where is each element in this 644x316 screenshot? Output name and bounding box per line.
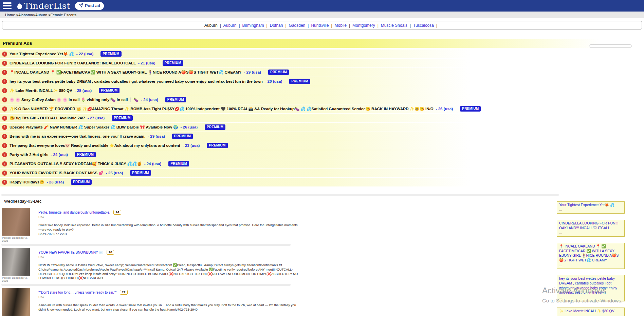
sidebar-card[interactable]: ✨ Lake Merritt INCALL✨ $80 QV... [557,308,625,316]
upvote-icon: ↑ [2,134,7,139]
premium-ad-title[interactable]: Party with 2 Hot girls [10,153,48,157]
age-badge: 20 [107,250,114,255]
listing-contact: SKYE702-577-2251 [38,232,299,236]
upvote-icon: ↑ [2,79,7,84]
sidebar-card[interactable]: 📍 INCALL OAKLAND 📍 ✅ FACETIME/CAR ✅ WITH… [557,243,625,269]
premium-ad-row[interactable]: ↑🌸 🌸 Sexy CuRvy Asian 🌸 🌸 in call 🌷 visi… [0,95,644,104]
premium-ad-row[interactable]: ↑✨K.O Daa NUMBER 🏆 PROVIDER 👑 ✨💋AMAZING … [0,104,644,113]
listing-title-link[interactable]: *"Don't stare too long… unless you're re… [38,291,116,294]
listing-photo[interactable] [2,288,30,316]
premium-ad-meta: - 26 (usa) [181,125,198,129]
listing-photo[interactable] [2,208,30,236]
sidebar-card-text[interactable]: 📍 INCALL OAKLAND 📍 ✅ FACETIME/CAR ✅ WITH… [559,244,619,262]
city-separator: | [218,23,223,28]
premium-ad-meta: - 25 (usa) [106,171,123,175]
sidebar-card[interactable]: Your Tightest Experience Yet🦊 💦... [557,201,625,214]
premium-ad-row[interactable]: ↑Happy HOlidays😊- 23 (usa)PREMIUM [0,178,644,186]
premium-ad-row[interactable]: ↑Upscale Playmate 🧨 NEW NUMBER 💦 Super S… [0,123,644,132]
premium-ad-title[interactable]: ✨ Lake Merritt INCALL✨ $80 QV [10,88,72,93]
premium-ad-row[interactable]: ↑Being with me is an experience—one that… [0,132,644,141]
premium-ad-row[interactable]: ↑The pawg that everyone loves🐷 Ready and… [0,141,644,150]
sidebar-card-text[interactable]: Your Tightest Experience Yet🦊 💦 [559,203,614,207]
premium-badge: PREMIUM [289,79,310,84]
premium-ad-meta: - 24 (usa) [141,98,158,102]
city-separator: | [264,23,270,28]
premium-ad-title[interactable]: 📍INCALL OAKLAND 📍 ✅FACETIME/CAR✅ WITH A … [10,70,241,75]
upvote-icon: ↑ [2,152,7,157]
city-separator: | [305,23,311,28]
premium-badge: PREMIUM [460,106,481,112]
premium-ad-meta: - 28 (usa) [75,88,92,93]
premium-ad-row[interactable]: ↑YOUR WINTER FAVORITE IS BACK DONT MISS … [0,169,644,177]
horizontal-scrollbar-thumb[interactable] [589,44,632,48]
premium-ad-title[interactable]: hey its your best wettes petite baby DRE… [10,79,263,83]
breadcrumb[interactable]: Home >Alabama>Auburn >Female Escorts [0,12,644,18]
premium-ad-row[interactable]: ↑✨ Lake Merritt INCALL✨ $80 QV- 28 (usa)… [0,86,644,95]
premium-ad-row[interactable]: ↑PLEASANTON OUTCALLS !! SEXY KOREAN🥰 THI… [0,159,644,168]
city-links-bar: Auburn| Auburn| Birmingham| Dothan| Gads… [2,21,642,29]
upvote-icon: ↑ [2,171,7,176]
city-link-montgomery[interactable]: Montgomery [352,23,375,28]
premium-ad-title[interactable]: ✨K.O Daa NUMBER 🏆 PROVIDER 👑 ✨💋AMAZING T… [10,106,434,111]
sidebar-card[interactable]: hey its your best wettes petite baby DRE… [557,275,625,301]
sidebar-card-text[interactable]: CINDERELLA LOOKING FOR FUN!!! OAKLAND!!!… [559,221,618,230]
premium-ad-title[interactable]: YOUR WINTER FAVORITE IS BACK DONT MISS 💕 [10,171,104,175]
sidebar-card-text[interactable]: hey its your best wettes petite baby DRE… [559,276,617,294]
premium-ad-meta: - 23 (usa) [47,180,64,184]
city-separator: | [407,23,413,28]
premium-ads-heading: Premium Ads [0,39,644,48]
premium-ad-title[interactable]: Upscale Playmate 🧨 NEW NUMBER 💦 Super So… [10,125,178,130]
premium-ad-title[interactable]: CINDERELLA LOOKING FOR FUN!!! OAKLAND!!!… [10,61,136,65]
listing-photo[interactable] [2,248,30,276]
city-link-muscle-shoals[interactable]: Muscle Shoals [381,23,407,28]
sidebar-card-more: ... [559,313,622,316]
premium-badge: PREMIUM [75,152,96,157]
city-link-tuscaloosa[interactable]: Tuscaloosa [413,23,434,28]
upvote-icon: ↑ [2,70,7,75]
sidebar-card-more: ... [559,208,622,212]
premium-ad-meta: - 23 (usa) [183,143,200,147]
premium-ad-title[interactable]: 🌸 🌸 Sexy CuRvy Asian 🌸 🌸 in call 🌷 visit… [10,97,139,102]
premium-ad-title[interactable]: Your Tightest Experience Yet🦊 💦 [10,52,74,56]
city-link-birmingham[interactable]: Birmingham [242,23,264,28]
premium-ad-row[interactable]: ↑😘Big Tits Girl - OUTCALL Available 24/7… [0,114,644,122]
premium-badge: PREMIUM [172,134,193,139]
premium-ad-title[interactable]: PLEASANTON OUTCALLS !! SEXY KOREAN🥰 THIC… [10,161,142,166]
premium-ad-row[interactable]: ↑CINDERELLA LOOKING FOR FUN!!! OAKLAND!!… [0,59,644,67]
post-ad-label: Post ad [85,3,100,8]
premium-ad-row[interactable]: ↑📍INCALL OAKLAND 📍 ✅FACETIME/CAR✅ WITH A… [0,68,644,77]
upvote-icon: ↑ [2,116,7,121]
premium-badge: PREMIUM [71,179,92,185]
menu-icon[interactable] [3,2,12,9]
listing-title-link[interactable]: Petite, brunette, and dangerously unforg… [38,211,110,214]
premium-ad-title[interactable]: The pawg that everyone loves🐷 Ready and … [10,143,180,148]
post-ad-button[interactable]: Post ad [75,2,104,10]
premium-badge: PREMIUM [205,124,225,130]
city-link-huntsville[interactable]: Huntsville [311,23,329,28]
listing-separator [1,244,291,246]
premium-ad-row[interactable]: ↑hey its your best wettes petite baby DR… [0,77,644,86]
upvote-icon: ↑ [2,161,7,166]
sidebar-card-text[interactable]: ✨ Lake Merritt INCALL✨ $80 QV [559,309,614,313]
premium-ad-meta: - 26 (usa) [436,107,453,111]
premium-ad-meta: - 27 (usa) [88,116,105,120]
city-link-dothan[interactable]: Dothan [270,23,283,28]
premium-ad-title[interactable]: Happy HOlidays😊 [10,180,44,184]
premium-ad-row[interactable]: ↑Party with 2 Hot girls- 24 (usa)PREMIUM [0,150,644,159]
site-logo[interactable]: TinderList [16,1,70,11]
city-link-auburn[interactable]: Auburn [223,23,237,28]
premium-ad-title[interactable]: 😘Big Tits Girl - OUTCALL Available 24/7 [10,116,85,120]
upvote-icon: ↑ [2,125,7,130]
city-link-mobile[interactable]: Mobile [335,23,347,28]
city-link-gadsden[interactable]: Gadsden [289,23,306,28]
premium-ad-meta: - 21 (usa) [138,61,155,65]
upvote-icon: ↑ [2,88,7,93]
listing-title-link[interactable]: YOUR NEW FAVORITE SNOWBUNNY ❄️ [38,251,103,254]
premium-ad-row[interactable]: ↑Your Tightest Experience Yet🦊 💦- 22 (us… [0,50,644,58]
listing-item: Posted: December 3, 2025 *"Don't stare t… [0,287,299,316]
listing-description: Asian allure with curves that speak loud… [38,303,299,312]
premium-ad-title[interactable]: Being with me is an experience—one that … [10,134,145,138]
listing-description: Sweet like honey, bold like espresso. Pe… [38,223,299,232]
premium-ad-meta: - 29 (usa) [148,134,165,138]
sidebar-card[interactable]: CINDERELLA LOOKING FOR FUN!!! OAKLAND!!!… [557,220,625,237]
